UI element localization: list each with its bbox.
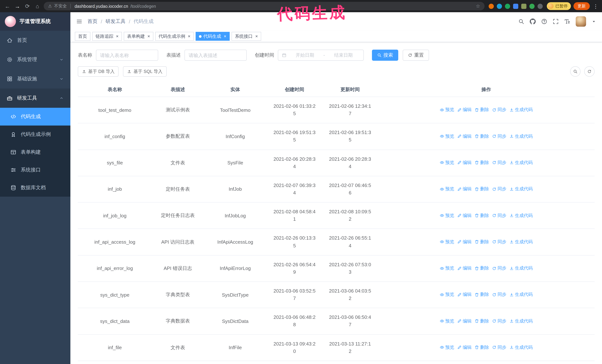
preview-link[interactable]: 预览 <box>440 212 454 219</box>
breadcrumb-item[interactable]: 首页 <box>87 18 97 25</box>
sidebar-item-1[interactable]: 系统管理 <box>0 50 70 69</box>
caret-down-icon[interactable] <box>592 19 596 24</box>
update-button[interactable]: 更新 <box>573 2 590 10</box>
delete-link[interactable]: 删除 <box>474 291 489 298</box>
tab-1[interactable]: 链路追踪× <box>92 32 122 41</box>
extension-icon[interactable] <box>489 3 494 9</box>
preview-link[interactable]: 预览 <box>440 291 454 298</box>
generate-code-link[interactable]: 生成代码 <box>509 186 533 192</box>
generate-code-link[interactable]: 生成代码 <box>509 291 533 298</box>
tab-4[interactable]: 代码生成× <box>196 32 230 41</box>
extension-icon[interactable] <box>505 3 510 9</box>
sync-link[interactable]: 同步 <box>492 133 506 139</box>
extension-icon[interactable] <box>521 3 527 9</box>
edit-link[interactable]: 编辑 <box>457 318 472 324</box>
edit-link[interactable]: 编辑 <box>457 239 472 245</box>
edit-link[interactable]: 编辑 <box>457 133 472 139</box>
generate-code-link[interactable]: 生成代码 <box>509 318 533 324</box>
table-desc-input[interactable] <box>184 50 247 61</box>
sync-link[interactable]: 同步 <box>492 239 506 245</box>
sidebar-toggle-icon[interactable] <box>76 19 82 24</box>
delete-link[interactable]: 删除 <box>474 344 489 351</box>
preview-link[interactable]: 预览 <box>440 318 454 324</box>
sidebar-subitem-2[interactable]: 表单构建 <box>0 143 70 161</box>
preview-link[interactable]: 预览 <box>440 107 454 113</box>
refresh-table-button[interactable] <box>584 66 595 77</box>
help-icon[interactable] <box>541 19 547 24</box>
generate-code-link[interactable]: 生成代码 <box>509 133 533 139</box>
sync-link[interactable]: 同步 <box>492 186 506 192</box>
edit-link[interactable]: 编辑 <box>457 344 472 351</box>
delete-link[interactable]: 删除 <box>474 212 489 219</box>
table-name-input[interactable] <box>96 50 158 61</box>
close-icon[interactable]: × <box>188 34 190 39</box>
close-icon[interactable]: × <box>255 34 258 39</box>
edit-link[interactable]: 编辑 <box>457 160 472 166</box>
sidebar-item-0[interactable]: 首页 <box>0 31 70 50</box>
sidebar-item-3[interactable]: 研发工具 <box>0 89 70 108</box>
sidebar-subitem-1[interactable]: 代码生成示例 <box>0 125 70 143</box>
sidebar-subitem-0[interactable]: 代码生成 <box>0 108 70 125</box>
back-button[interactable]: ← <box>4 2 11 10</box>
sync-link[interactable]: 同步 <box>492 344 506 351</box>
logo[interactable]: 芋道管理系统 <box>0 12 70 31</box>
preview-link[interactable]: 预览 <box>440 265 454 271</box>
sync-link[interactable]: 同步 <box>492 212 506 219</box>
import-db-button[interactable]: 基于 DB 导入 <box>78 66 119 77</box>
delete-link[interactable]: 删除 <box>474 318 489 324</box>
toggle-search-button[interactable] <box>570 66 580 77</box>
search-icon[interactable] <box>518 19 524 24</box>
user-avatar[interactable] <box>576 16 586 27</box>
close-icon[interactable]: × <box>224 34 226 39</box>
delete-link[interactable]: 删除 <box>474 133 489 139</box>
tab-2[interactable]: 表单构建× <box>124 32 153 41</box>
font-size-icon[interactable] <box>564 19 570 24</box>
home-button[interactable]: ⌂ <box>34 2 41 10</box>
tab-0[interactable]: 首页 <box>75 32 90 41</box>
security-label[interactable]: 不安全 <box>54 3 67 9</box>
preview-link[interactable]: 预览 <box>440 133 454 139</box>
edit-link[interactable]: 编辑 <box>457 291 472 298</box>
github-icon[interactable] <box>530 19 536 24</box>
generate-code-link[interactable]: 生成代码 <box>509 212 533 219</box>
date-range-picker[interactable]: 开始日期 - 结束日期 <box>278 50 364 61</box>
breadcrumb-item[interactable]: 研发工具 <box>106 18 126 25</box>
puzzle-extension-icon[interactable] <box>538 3 543 9</box>
forward-button[interactable]: → <box>14 2 21 10</box>
edit-link[interactable]: 编辑 <box>457 212 472 219</box>
extension-icon[interactable] <box>497 3 502 9</box>
sync-link[interactable]: 同步 <box>492 107 506 113</box>
edit-link[interactable]: 编辑 <box>457 107 472 113</box>
import-sql-button[interactable]: 基于 SQL 导入 <box>123 66 167 77</box>
tab-5[interactable]: 系统接口× <box>232 32 261 41</box>
delete-link[interactable]: 删除 <box>474 239 489 245</box>
sync-link[interactable]: 同步 <box>492 265 506 271</box>
bookmark-star-icon[interactable]: ☆ <box>476 3 480 9</box>
delete-link[interactable]: 删除 <box>474 186 489 192</box>
close-icon[interactable]: × <box>116 34 118 39</box>
sidebar-subitem-3[interactable]: 系统接口 <box>0 161 70 179</box>
extension-icon[interactable] <box>529 3 535 9</box>
preview-link[interactable]: 预览 <box>440 160 454 166</box>
preview-link[interactable]: 预览 <box>440 344 454 351</box>
sync-link[interactable]: 同步 <box>492 160 506 166</box>
generate-code-link[interactable]: 生成代码 <box>509 160 533 166</box>
close-icon[interactable]: × <box>147 34 150 39</box>
sync-link[interactable]: 同步 <box>492 318 506 324</box>
preview-link[interactable]: 预览 <box>440 186 454 192</box>
browser-menu-icon[interactable]: ⋮ <box>593 3 598 9</box>
extension-icon[interactable] <box>513 3 518 9</box>
sidebar-item-2[interactable]: 基础设施 <box>0 69 70 89</box>
search-button[interactable]: 搜索 <box>372 50 398 61</box>
preview-link[interactable]: 预览 <box>440 239 454 245</box>
generate-code-link[interactable]: 生成代码 <box>509 344 533 351</box>
delete-link[interactable]: 删除 <box>474 160 489 166</box>
tab-3[interactable]: 代码生成示例× <box>155 32 194 41</box>
profile-paused-chip[interactable]: 已暂停 <box>547 2 571 10</box>
sync-link[interactable]: 同步 <box>492 291 506 298</box>
delete-link[interactable]: 删除 <box>474 107 489 113</box>
sidebar-subitem-4[interactable]: 数据库文档 <box>0 179 70 197</box>
generate-code-link[interactable]: 生成代码 <box>509 107 533 113</box>
edit-link[interactable]: 编辑 <box>457 265 472 271</box>
delete-link[interactable]: 删除 <box>474 265 489 271</box>
